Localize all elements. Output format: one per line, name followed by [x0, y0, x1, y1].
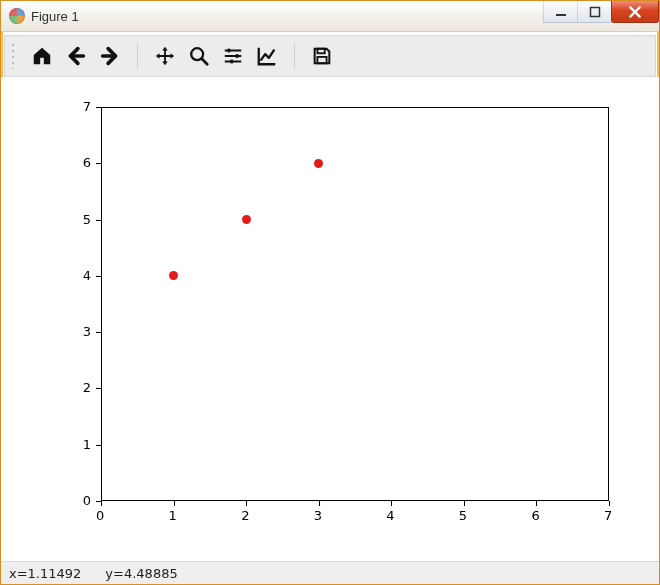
zoom-button[interactable]: [182, 39, 216, 73]
maximize-icon: [589, 6, 601, 18]
maximize-button[interactable]: [577, 1, 611, 23]
toolbar-wrap: [1, 32, 659, 77]
svg-rect-3: [228, 49, 231, 53]
ytick-mark: [96, 163, 101, 164]
status-x: x=1.11492: [9, 566, 81, 581]
xtick-label: 2: [241, 508, 249, 523]
toolbar-grip: [11, 43, 17, 69]
xtick-mark: [609, 501, 610, 506]
save-icon: [311, 45, 333, 67]
edit-axis-button[interactable]: [250, 39, 284, 73]
data-point: [242, 215, 251, 224]
xtick-label: 7: [604, 508, 612, 523]
xtick-mark: [174, 501, 175, 506]
ytick-label: 0: [83, 493, 91, 508]
toolbar-separator: [137, 43, 138, 69]
toolbar: [4, 35, 656, 77]
window-controls: [543, 1, 659, 23]
ytick-mark: [96, 445, 101, 446]
ytick-mark: [96, 276, 101, 277]
xtick-mark: [536, 501, 537, 506]
svg-rect-4: [236, 54, 239, 58]
figure-window: Figure 1: [0, 0, 660, 585]
xtick-label: 1: [169, 508, 177, 523]
arrow-right-icon: [99, 45, 121, 67]
status-y: y=4.48885: [105, 566, 177, 581]
sliders-icon: [222, 45, 244, 67]
xtick-label: 3: [314, 508, 322, 523]
xtick-label: 6: [531, 508, 539, 523]
xtick-label: 0: [96, 508, 104, 523]
configure-subplots-button[interactable]: [216, 39, 250, 73]
save-button[interactable]: [305, 39, 339, 73]
close-button[interactable]: [611, 1, 659, 23]
window-title: Figure 1: [31, 9, 79, 24]
svg-rect-1: [590, 7, 599, 16]
ytick-label: 7: [83, 99, 91, 114]
close-icon: [628, 5, 642, 19]
ytick-mark: [96, 107, 101, 108]
move-icon: [154, 45, 176, 67]
xtick-mark: [391, 501, 392, 506]
svg-rect-5: [230, 60, 233, 64]
xtick-label: 5: [459, 508, 467, 523]
ytick-label: 3: [83, 324, 91, 339]
ytick-mark: [96, 501, 101, 502]
ytick-mark: [96, 388, 101, 389]
minimize-icon: [555, 6, 567, 18]
svg-rect-0: [556, 14, 566, 16]
status-bar: x=1.11492 y=4.48885: [1, 561, 659, 584]
pan-button[interactable]: [148, 39, 182, 73]
minimize-button[interactable]: [543, 1, 577, 23]
svg-rect-6: [317, 49, 324, 54]
arrow-left-icon: [65, 45, 87, 67]
app-icon: [9, 8, 25, 24]
plot-area: 0123456701234567: [31, 97, 629, 541]
axes-box: [101, 107, 609, 501]
ytick-label: 2: [83, 380, 91, 395]
ytick-label: 5: [83, 212, 91, 227]
home-button[interactable]: [25, 39, 59, 73]
ytick-label: 6: [83, 155, 91, 170]
titlebar: Figure 1: [1, 1, 659, 32]
xtick-label: 4: [386, 508, 394, 523]
ytick-mark: [96, 332, 101, 333]
ytick-label: 4: [83, 268, 91, 283]
back-button[interactable]: [59, 39, 93, 73]
ytick-mark: [96, 220, 101, 221]
xtick-mark: [246, 501, 247, 506]
zoom-icon: [188, 45, 210, 67]
xtick-mark: [464, 501, 465, 506]
chart-line-icon: [256, 45, 278, 67]
toolbar-separator: [294, 43, 295, 69]
data-point: [314, 159, 323, 168]
home-icon: [31, 45, 53, 67]
xtick-mark: [101, 501, 102, 506]
forward-button[interactable]: [93, 39, 127, 73]
plot-canvas[interactable]: 0123456701234567: [1, 77, 659, 561]
xtick-mark: [319, 501, 320, 506]
ytick-label: 1: [83, 437, 91, 452]
